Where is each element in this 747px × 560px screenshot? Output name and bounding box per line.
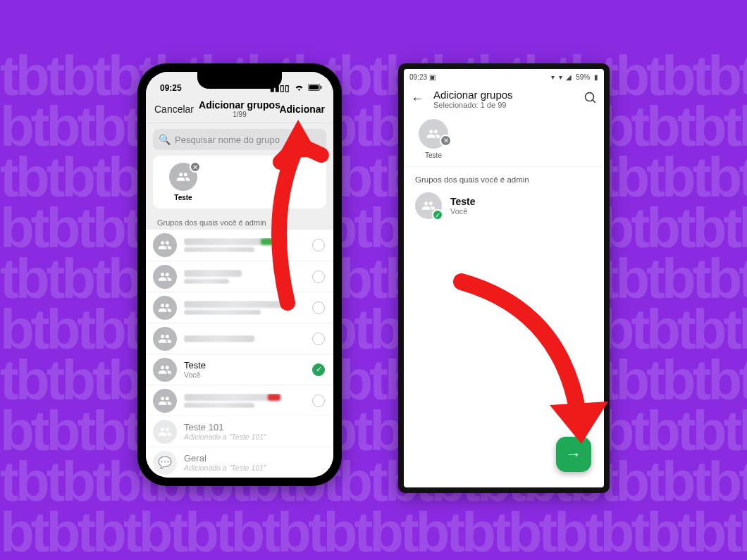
battery-text: 59% — [576, 73, 590, 81]
selected-chip-teste[interactable]: ✕ Teste — [414, 119, 453, 159]
list-item[interactable] — [146, 261, 333, 292]
iphone-screen: 09:25 ▮▮▯▯ Cancelar Adicionar grupos 1/9… — [146, 72, 333, 478]
row-sub: Adicionado a "Teste 101" — [184, 433, 325, 441]
search-placeholder: Pesquisar nome do grupo — [175, 135, 280, 145]
list-item[interactable] — [146, 230, 333, 261]
iphone-frame: 09:25 ▮▮▯▯ Cancelar Adicionar grupos 1/9… — [137, 63, 342, 486]
radio-unchecked-icon[interactable] — [312, 394, 325, 407]
radio-unchecked-icon[interactable] — [312, 332, 325, 345]
row-name: Teste — [184, 360, 312, 371]
camera-icon: ▣ — [429, 73, 436, 81]
selected-groups-card: ✕ Teste — [153, 156, 326, 209]
selected-chip-row: ✕ Teste — [404, 116, 604, 167]
group-avatar-icon — [153, 358, 177, 382]
adicionar-button[interactable]: Adicionar — [279, 104, 325, 115]
svg-rect-2 — [321, 86, 322, 89]
battery-icon: ▮ — [594, 73, 598, 81]
cellular-icon: ◢ — [566, 73, 572, 81]
radio-unchecked-icon[interactable] — [312, 239, 325, 251]
check-icon: ✓ — [432, 209, 443, 220]
section-header: Grupos dos quais você é admin — [157, 218, 322, 227]
header-subtitle: Selecionado: 1 de 99 — [433, 101, 584, 109]
back-button[interactable]: ← — [411, 92, 424, 106]
row-sub: Você — [184, 371, 312, 379]
android-frame: 09:23 ▣ ▾ ▾ ◢ 59% ▮ ← Adicionar grupos S… — [398, 63, 610, 493]
cancel-button[interactable]: Cancelar — [154, 104, 194, 115]
row-name: Geral — [184, 453, 325, 463]
group-avatar-icon — [153, 233, 177, 257]
group-avatar-icon: ✓ — [415, 192, 442, 219]
android-screen: 09:23 ▣ ▾ ▾ ◢ 59% ▮ ← Adicionar grupos S… — [404, 69, 604, 487]
close-icon[interactable]: ✕ — [190, 161, 201, 173]
row-sub: Adicionado a "Teste 101" — [184, 463, 325, 472]
android-status-bar: 09:23 ▣ ▾ ▾ ◢ 59% ▮ — [404, 69, 604, 85]
battery-icon — [308, 83, 322, 93]
group-avatar-icon — [153, 296, 177, 320]
row-sub: Você — [450, 207, 476, 216]
wifi-icon: ▾ — [559, 73, 562, 81]
android-header: ← Adicionar grupos Selecionado: 1 de 99 — [404, 85, 604, 116]
list-item[interactable] — [146, 292, 333, 323]
wifi-icon — [295, 83, 304, 93]
list-item-teste[interactable]: ✓ Teste Você — [404, 188, 604, 223]
chip-label: Teste — [414, 151, 453, 159]
radio-unchecked-icon[interactable] — [312, 301, 325, 314]
svg-rect-1 — [309, 85, 319, 89]
ios-status-time: 09:25 — [160, 83, 182, 93]
group-avatar-icon — [153, 389, 177, 413]
search-input[interactable]: 🔍 Pesquisar nome do grupo — [153, 129, 326, 150]
radio-unchecked-icon[interactable] — [312, 270, 325, 283]
group-avatar-icon — [153, 327, 177, 351]
row-name: Teste — [450, 196, 476, 207]
android-status-time: 09:23 — [409, 73, 427, 81]
list-item-teste[interactable]: Teste Você ✓ — [146, 354, 333, 385]
list-item[interactable] — [146, 385, 333, 416]
search-icon: 🔍 — [159, 134, 171, 145]
fab-next[interactable]: → — [556, 437, 591, 472]
search-button[interactable] — [584, 92, 597, 107]
list-item-teste101: Teste 101 Adicionado a "Teste 101" — [146, 416, 333, 447]
section-header: Grupos dos quais você é admin — [415, 175, 593, 184]
group-avatar-icon — [153, 265, 177, 289]
list-item-geral: 💬 Geral Adicionado a "Teste 101" — [146, 447, 333, 478]
group-list[interactable]: Teste Você ✓ Teste 101 Adicionado a "Tes… — [146, 230, 333, 478]
chat-avatar-icon: 💬 — [153, 451, 177, 475]
wifi-icon: ▾ — [551, 73, 555, 81]
ios-nav-bar: Cancelar Adicionar grupos 1/99 Adicionar — [146, 95, 333, 123]
arrow-right-icon: → — [566, 445, 581, 463]
header-title: Adicionar grupos — [433, 89, 584, 101]
group-avatar-icon — [153, 420, 177, 444]
radio-checked-icon[interactable]: ✓ — [312, 363, 325, 376]
row-name: Teste 101 — [184, 422, 325, 433]
list-item[interactable] — [146, 323, 333, 354]
chip-label: Teste — [161, 194, 205, 201]
background-watermark: tbtbtbtbtbtbtbtbtbtbtbtbtbtbtbtbtbtbtbtb… — [0, 0, 747, 560]
iphone-notch — [197, 72, 282, 89]
selected-chip-teste[interactable]: ✕ Teste — [161, 163, 205, 201]
close-icon[interactable]: ✕ — [440, 135, 452, 147]
